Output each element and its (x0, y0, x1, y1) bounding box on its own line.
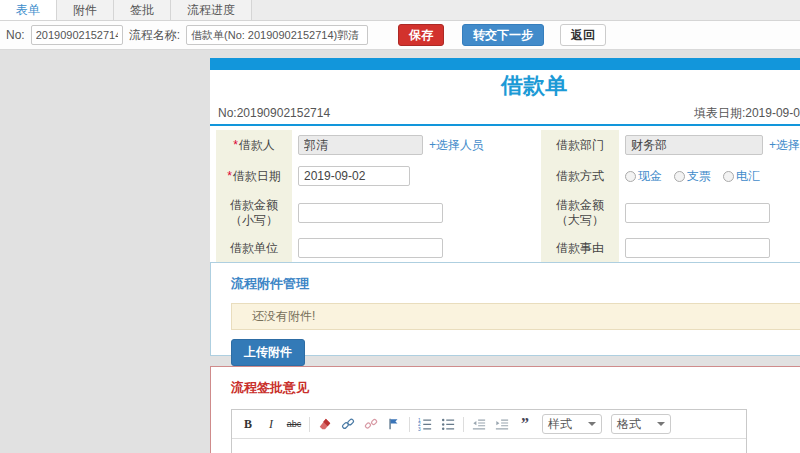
bold-icon[interactable]: B (240, 416, 256, 432)
attachments-panel: 流程附件管理 还没有附件! 上传附件 (210, 262, 800, 356)
editor-toolbar: B I abc 123 (232, 410, 746, 439)
editor-content-area[interactable] (232, 439, 746, 453)
borrower-field: +选择人员 (292, 130, 527, 160)
loan-unit-field (292, 234, 527, 262)
action-toolbar: No: 流程名称: 保存 转交下一步 返回 (0, 21, 800, 50)
radio-wire[interactable]: 电汇 (723, 168, 760, 185)
column-spacer (527, 160, 541, 192)
indent-icon[interactable] (494, 416, 510, 432)
radio-cash[interactable]: 现金 (625, 168, 662, 185)
rich-text-editor: B I abc 123 (231, 409, 747, 453)
toolbar-separator (463, 417, 464, 432)
no-input[interactable] (31, 25, 123, 45)
amount-uppercase-field (619, 192, 800, 234)
loan-method-field: 现金 支票 电汇 (619, 160, 800, 192)
amount-lowercase-input[interactable] (298, 203, 443, 223)
borrower-label: *借款人 (216, 130, 292, 160)
tab-bar: 表单 附件 签批 流程进度 (0, 0, 800, 21)
approval-heading: 流程签批意见 (231, 379, 800, 397)
radio-icon[interactable] (674, 171, 685, 182)
no-attachments-alert: 还没有附件! (231, 303, 800, 330)
back-button[interactable]: 返回 (560, 24, 606, 46)
loan-method-label: 借款方式 (541, 160, 619, 192)
toolbar-separator (309, 417, 310, 432)
borrower-input[interactable] (298, 135, 423, 155)
form-meta-row: No:20190902152714 填表日期:2019-09-02 15:27:… (210, 100, 800, 126)
required-mark: * (227, 169, 232, 183)
italic-icon[interactable]: I (263, 416, 279, 432)
form-no-text: No:20190902152714 (218, 100, 330, 124)
radio-cheque[interactable]: 支票 (674, 168, 711, 185)
no-label: No: (6, 28, 25, 42)
save-button[interactable]: 保存 (398, 24, 444, 46)
loan-unit-input[interactable] (298, 238, 443, 258)
required-mark: * (233, 138, 238, 152)
department-field: +选择部门 (619, 130, 800, 160)
forward-next-step-button[interactable]: 转交下一步 (462, 24, 544, 46)
form-grid: *借款人 +选择人员 借款部门 +选择部门 *借款日期 (210, 126, 800, 268)
chevron-down-icon (588, 422, 596, 426)
panel-header-strip (210, 58, 800, 70)
blockquote-icon[interactable]: ” (517, 416, 533, 432)
loan-date-input[interactable] (298, 166, 410, 186)
unordered-list-icon[interactable] (440, 416, 456, 432)
loan-form-panel: 借款单 No:20190902152714 填表日期:2019-09-02 15… (210, 58, 800, 271)
outdent-icon[interactable] (471, 416, 487, 432)
chevron-down-icon (657, 422, 665, 426)
amount-uppercase-label: 借款金额（大写） (541, 192, 619, 234)
unlink-icon[interactable] (363, 416, 379, 432)
svg-text:3: 3 (418, 427, 421, 431)
form-date-text: 填表日期:2019-09-02 15:27:1 (694, 100, 800, 124)
amount-uppercase-input[interactable] (625, 203, 770, 223)
amount-lowercase-label: 借款金额（小写） (216, 192, 292, 234)
amount-lowercase-field (292, 192, 527, 234)
upload-attachment-button[interactable]: 上传附件 (231, 339, 305, 366)
select-department-link[interactable]: +选择部门 (769, 137, 800, 154)
radio-icon[interactable] (723, 171, 734, 182)
loan-reason-label: 借款事由 (541, 234, 619, 262)
tab-progress[interactable]: 流程进度 (171, 0, 252, 20)
loan-unit-label: 借款单位 (216, 234, 292, 262)
radio-icon[interactable] (625, 171, 636, 182)
loan-reason-field (619, 234, 800, 262)
content-area: 借款单 No:20190902152714 填表日期:2019-09-02 15… (0, 50, 800, 453)
process-name-label: 流程名称: (129, 27, 180, 44)
process-name-input[interactable] (186, 25, 368, 45)
toolbar-separator (409, 417, 410, 432)
attachments-heading: 流程附件管理 (231, 275, 800, 293)
tab-attachments[interactable]: 附件 (57, 0, 114, 20)
remove-format-icon[interactable] (317, 416, 333, 432)
tab-form[interactable]: 表单 (0, 0, 57, 20)
loan-reason-input[interactable] (625, 238, 770, 258)
loan-date-field (292, 160, 527, 192)
form-title: 借款单 (210, 70, 800, 100)
approval-panel: 流程签批意见 B I abc (210, 366, 800, 453)
column-spacer (527, 192, 541, 234)
loan-date-label: *借款日期 (216, 160, 292, 192)
link-icon[interactable] (340, 416, 356, 432)
strikethrough-icon[interactable]: abc (286, 416, 302, 432)
tab-signoff[interactable]: 签批 (114, 0, 171, 20)
ordered-list-icon[interactable]: 123 (417, 416, 433, 432)
department-label: 借款部门 (541, 130, 619, 160)
column-spacer (527, 234, 541, 262)
department-input[interactable] (625, 135, 763, 155)
column-spacer (527, 130, 541, 160)
flag-anchor-icon[interactable] (386, 416, 402, 432)
format-dropdown[interactable]: 格式 (611, 414, 671, 434)
style-dropdown[interactable]: 样式 (542, 414, 602, 434)
select-person-link[interactable]: +选择人员 (429, 137, 484, 154)
